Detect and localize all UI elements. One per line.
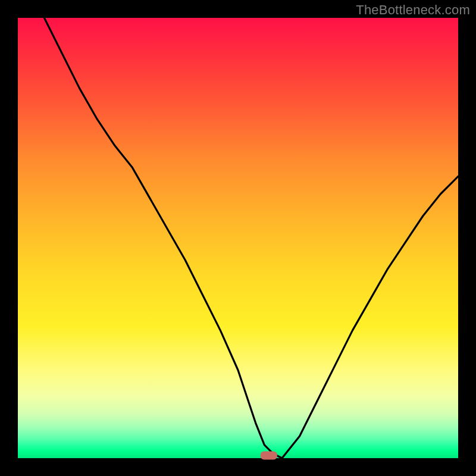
plot-area	[18, 18, 458, 458]
optimal-marker	[261, 452, 277, 460]
chart-frame: TheBottleneck.com	[0, 0, 476, 476]
plot-svg	[18, 18, 458, 458]
bottleneck-curve	[44, 18, 458, 458]
watermark-text: TheBottleneck.com	[356, 2, 470, 18]
